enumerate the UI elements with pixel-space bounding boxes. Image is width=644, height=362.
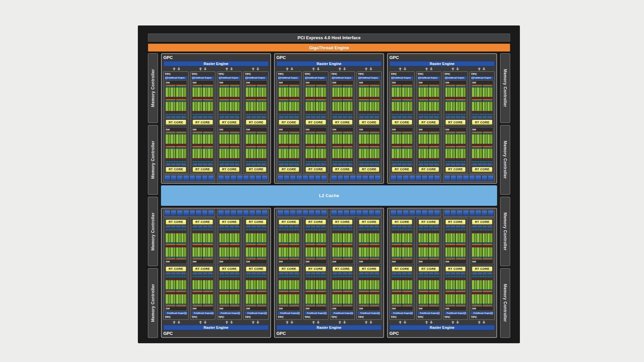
cuda-core-block (257, 247, 266, 257)
cuda-core-column (181, 280, 184, 290)
ldst-unit (306, 276, 308, 278)
sm-half: TENSOR CORETENSOR CORE (402, 231, 412, 259)
sm-halves: TENSOR CORETENSOR CORETENSOR CORETENSOR … (166, 231, 186, 259)
cuda-core-block (483, 134, 492, 144)
register-file-bar (402, 101, 412, 102)
sm-halves: TENSOR CORETENSOR CORETENSOR CORETENSOR … (472, 132, 492, 160)
cuda-core-column (171, 134, 173, 144)
warp-scheduler-bar (456, 85, 466, 86)
tex-unit-strip (166, 225, 186, 228)
sm-stack: SMTENSOR CORETENSOR CORETENSOR CORETENSO… (418, 80, 440, 173)
cuda-core-column (198, 134, 200, 144)
cuda-core-column (372, 233, 374, 243)
ldst-unit (448, 229, 450, 231)
warp-scheduler-bar (166, 291, 175, 292)
tensor-core-bar: TENSOR CORE (343, 231, 353, 233)
cuda-core-block (193, 280, 202, 290)
cuda-core-column (472, 280, 474, 290)
ldst-unit (176, 276, 178, 278)
cuda-core-block (246, 247, 256, 257)
cuda-core-column (203, 87, 205, 97)
tex-unit-strip (359, 225, 379, 228)
ldst-unit (281, 229, 284, 231)
cuda-core-column (254, 87, 256, 97)
register-file-bar (203, 147, 213, 148)
cuda-core-block (279, 294, 288, 304)
tex-unit (198, 117, 202, 118)
gpc-label: GPC (389, 331, 495, 336)
sm-half: TENSOR CORETENSOR CORE (230, 278, 239, 306)
rop-unit (225, 210, 230, 216)
cuda-core-block (230, 102, 239, 111)
tensor-core-bar: TENSOR CORE (445, 245, 455, 247)
cuda-core-column (249, 102, 251, 111)
cuda-core-column (485, 102, 487, 111)
cuda-core-column (232, 233, 234, 243)
tex-unit (451, 117, 455, 118)
rop-unit (344, 176, 349, 181)
ldst-unit (434, 114, 436, 115)
register-file-bar (257, 101, 266, 102)
cuda-core-column (432, 87, 434, 97)
cuda-core-column (249, 233, 251, 243)
ldst-unit (251, 161, 254, 163)
ldst-unit (369, 229, 372, 231)
cuda-core-column (179, 102, 181, 111)
tensor-core-bar: TENSOR CORE (257, 292, 266, 294)
tex-unit (316, 117, 320, 118)
warp-scheduler-bar (402, 244, 412, 245)
ldst-unit (184, 161, 186, 163)
cuda-core-column (429, 87, 431, 97)
cuda-core-column (405, 87, 407, 97)
tex-unit (230, 117, 234, 118)
register-file-bar (219, 147, 229, 148)
tex-unit (446, 226, 450, 228)
cuda-core-column (477, 102, 479, 111)
cuda-core-column (200, 149, 203, 158)
ldst-unit (364, 161, 367, 163)
cuda-core-column (195, 134, 197, 144)
ldst-unit (337, 276, 340, 278)
cuda-core-column (351, 102, 353, 111)
cuda-core-block (359, 102, 369, 111)
cuda-core-block (483, 294, 492, 304)
cuda-core-column (249, 247, 251, 257)
rop-unit (350, 210, 356, 216)
memory-controller: Memory Controller (148, 268, 158, 338)
cuda-core-column (429, 247, 431, 257)
ldst-unit (407, 229, 410, 231)
ldst-unit (181, 161, 183, 163)
cuda-core-column (179, 280, 181, 290)
polymorph-engine-label: PolyMorph Engine (393, 312, 411, 315)
rt-core-bar: RT CORE (279, 266, 299, 272)
tex-unit (171, 117, 176, 118)
rop-unit (256, 176, 261, 181)
sm: SMTENSOR CORETENSOR CORETENSOR CORETENSO… (358, 219, 380, 264)
cuda-core-column (450, 294, 453, 304)
cuda-core-block (203, 149, 213, 158)
cuda-core-column (203, 280, 205, 290)
warp-scheduler-bar (332, 244, 342, 245)
ldst-unit (397, 276, 399, 278)
polymorph-accent (219, 77, 221, 79)
warp-scheduler-bar (445, 99, 455, 100)
arrow-pair (276, 320, 303, 324)
ldst-unit (279, 114, 281, 115)
cuda-core-block (445, 233, 455, 243)
cuda-core-column (464, 134, 466, 144)
cuda-core-column (458, 280, 461, 290)
sm-half: TENSOR CORETENSOR CORE (166, 85, 175, 113)
sm: SMTENSOR CORETENSOR CORETENSOR CORETENSO… (165, 219, 187, 264)
cuda-core-column (208, 134, 210, 144)
sm-halves: TENSOR CORETENSOR CORETENSOR CORETENSOR … (359, 132, 379, 160)
cuda-core-column (348, 280, 350, 290)
cuda-core-column (324, 280, 326, 290)
cuda-core-column (472, 149, 474, 158)
tex-unit (181, 164, 185, 166)
register-file-bar (483, 257, 492, 258)
tex-unit-strip (306, 225, 326, 228)
tensor-core-bar: TENSOR CORE (370, 144, 379, 146)
register-file-bar (402, 290, 412, 291)
cuda-core-column (292, 233, 294, 243)
cuda-core-column (337, 134, 340, 144)
